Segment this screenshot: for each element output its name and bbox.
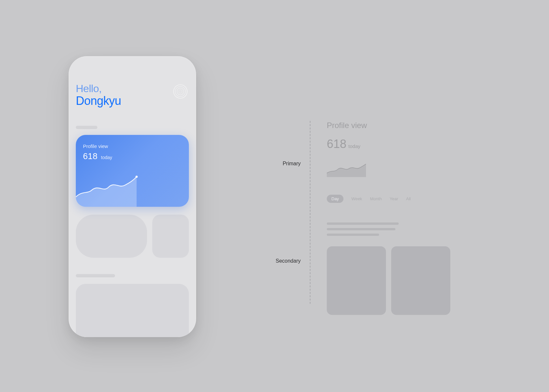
greeting-text: Hello, Dongkyu — [76, 83, 121, 107]
tab-all[interactable]: All — [406, 196, 411, 201]
card-title: Profile view — [83, 143, 108, 149]
placeholder-line — [327, 234, 379, 236]
wire-title: Profile view — [327, 121, 450, 130]
card-metric: 618 today — [83, 151, 112, 161]
svg-point-0 — [174, 85, 187, 98]
phone-mockup: Hello, Dongkyu Profile view 618 today — [69, 56, 196, 337]
tab-day[interactable]: Day — [327, 195, 343, 203]
section-label-placeholder — [76, 126, 97, 129]
tab-month[interactable]: Month — [370, 196, 382, 201]
user-name: Dongkyu — [76, 94, 121, 107]
label-primary: Primary — [283, 161, 301, 167]
tab-year[interactable]: Year — [390, 196, 398, 201]
greeting-prefix: Hello, — [76, 83, 121, 94]
dashed-rail — [310, 121, 310, 304]
wire-card-row — [327, 246, 450, 315]
tab-week[interactable]: Week — [351, 196, 362, 201]
wire-qualifier: today — [348, 143, 360, 149]
annotation-labels: Primary Secondary — [252, 121, 310, 304]
svg-point-4 — [136, 175, 138, 178]
wire-card — [327, 246, 386, 315]
greeting-row: Hello, Dongkyu — [76, 83, 189, 107]
card-qualifier: today — [101, 155, 112, 160]
wire-sparkline — [327, 163, 366, 177]
card-value: 618 — [83, 151, 98, 161]
annotation-column: Primary Secondary Profile view 618 today… — [252, 121, 450, 304]
profile-view-card[interactable]: Profile view 618 today — [76, 135, 189, 207]
placeholder-row — [76, 215, 189, 258]
phone-screen: Hello, Dongkyu Profile view 618 today — [69, 56, 196, 337]
placeholder-square-tile — [152, 215, 189, 258]
wire-card — [391, 246, 450, 315]
svg-point-2 — [177, 88, 184, 95]
wire-value: 618 — [327, 137, 346, 151]
label-secondary: Secondary — [276, 258, 301, 264]
wireframe-preview: Profile view 618 today Day Week Month Ye… — [327, 121, 450, 304]
text-placeholder-lines — [327, 222, 450, 236]
placeholder-line — [327, 228, 395, 230]
wire-metric: 618 today — [327, 137, 450, 151]
placeholder-large-tile — [76, 284, 189, 337]
loading-swirl-icon — [172, 83, 189, 100]
svg-point-3 — [179, 90, 182, 93]
section-label-placeholder-2 — [76, 274, 115, 277]
placeholder-line — [327, 222, 399, 225]
time-range-tabs: Day Week Month Year All — [327, 195, 450, 203]
spark-chart — [76, 171, 138, 207]
placeholder-pill-tile — [76, 215, 147, 258]
